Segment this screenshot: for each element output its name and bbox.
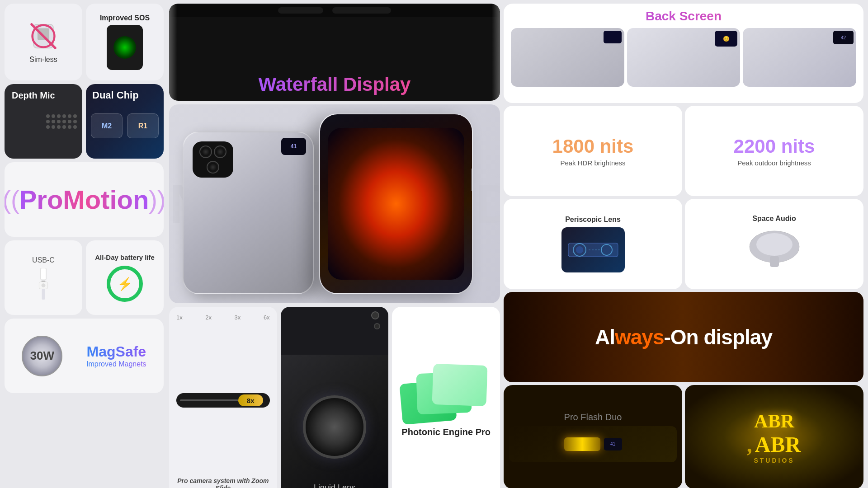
liquid-lens-card: Liquid Lens — [281, 307, 389, 488]
cam-lens-3 — [207, 161, 219, 174]
row-4: USB-C All-Day battery life ⚡ — [5, 240, 164, 315]
periscopic-svg — [566, 232, 620, 268]
abr-inner: ABR , ABR STUDIOS — [685, 385, 863, 488]
bs-screen-3-text: 42 — [841, 35, 846, 40]
simless-card: Sim-less — [5, 4, 82, 80]
phone-screen — [320, 114, 472, 293]
dual-chip-card: Dual Chip M2 R1 — [86, 84, 164, 159]
zoom-card: 1x 2x 3x 6x 8x Pro camera system with Zo… — [169, 307, 277, 488]
abr-text: ABR — [755, 432, 801, 457]
abr-logo-group: , ABR — [748, 432, 801, 457]
back-mini-screen: 41 — [281, 138, 306, 155]
simless-label: Sim-less — [29, 56, 57, 64]
phone-side-button — [472, 169, 473, 191]
brightness-hdr-card: 1800 nits Peak HDR brightness — [504, 106, 682, 196]
sos-phone-visual — [107, 25, 143, 70]
usbc-cable-icon — [32, 268, 55, 300]
space-audio-visual — [745, 226, 804, 273]
phone-screen-content — [328, 128, 464, 280]
back-screen-phones: 😊 42 — [511, 28, 856, 87]
brightness-hdr-nits: 1800 nits — [552, 136, 634, 157]
usbc-card: USB-C — [5, 240, 82, 315]
magsafe-wattage: 30W — [30, 349, 54, 363]
promotion-right-wave: )) — [149, 185, 164, 214]
wf-edge-left — [169, 4, 177, 101]
bs-screen-2-text: 😊 — [723, 36, 730, 42]
always-on-bg: Always-On display — [504, 292, 863, 382]
magsafe-disk-icon: 30W — [22, 336, 62, 376]
lens-circle-icon — [303, 395, 366, 459]
always-on-ways: ways — [615, 325, 664, 349]
svg-rect-1 — [38, 28, 49, 40]
magsafe-subtitle: Improved Magnets — [86, 360, 146, 368]
airpod-svg — [745, 226, 804, 272]
periscopic-visual — [561, 227, 625, 272]
space-audio-label: Space Audio — [752, 215, 796, 223]
brightness-hdr-label: Peak HDR brightness — [560, 159, 625, 167]
zoom-markers: 1x 2x 3x 6x — [176, 314, 270, 321]
promotion-group: (( ProMotion )) — [5, 184, 164, 215]
back-screen-card: Back Screen 😊 42 — [504, 4, 863, 103]
sos-card: Improved SOS — [86, 4, 164, 80]
liquid-lens-label: Liquid Lens — [314, 483, 355, 488]
zoom-marker-1x: 1x — [176, 314, 183, 321]
cam-lens-1 — [199, 145, 212, 158]
bottom-center-row: 1x 2x 3x 6x 8x Pro camera system with Zo… — [169, 307, 500, 488]
brightness-row: 1800 nits Peak HDR brightness 2200 nits … — [504, 106, 863, 196]
svg-rect-8 — [42, 289, 45, 300]
back-screen-title: Back Screen — [511, 9, 856, 23]
space-audio-card: Space Audio — [685, 199, 863, 289]
battery-label: All-Day battery life — [95, 253, 155, 261]
main-layout: Sim-less Improved SOS Depth Mic — [0, 0, 868, 488]
waterfall-label: Waterfall Display — [259, 74, 411, 95]
periscopic-label: Periscopic Lens — [565, 216, 621, 224]
promotion-card: (( ProMotion )) — [5, 162, 164, 237]
small-lens-2 — [374, 323, 380, 329]
cam-lens-2 — [214, 145, 226, 158]
phone-main — [319, 113, 473, 294]
periscopic-row: Periscopic Lens Space Audio — [504, 199, 863, 289]
bottom-right-row: Pro Flash Duo 41 ABR , ABR STUDIOS — [504, 385, 863, 488]
pro-flash-label: Pro Flash Duo — [564, 412, 622, 422]
abr-a: , — [748, 432, 753, 457]
zoom-thumb[interactable]: 8x — [238, 394, 263, 406]
wf-edge-right — [492, 4, 500, 101]
chip-m2: M2 — [91, 113, 123, 138]
periscopic-card: Periscopic Lens — [504, 199, 682, 289]
svg-point-7 — [42, 283, 46, 287]
photonic-layers-visual — [401, 368, 491, 422]
always-on-card: Always-On display — [504, 292, 863, 382]
photonic-layer-3 — [432, 364, 487, 406]
row-1: Sim-less Improved SOS — [5, 4, 164, 80]
zoom-slider-track[interactable]: 8x — [176, 393, 270, 408]
svg-point-16 — [756, 233, 793, 256]
abr-logo: ABR — [754, 410, 794, 432]
left-column: Sim-less Improved SOS Depth Mic — [0, 0, 167, 488]
bs-screen-2: 😊 — [715, 31, 737, 47]
always-on-al: Al — [595, 325, 615, 349]
photonic-label: Photonic Engine Pro — [401, 427, 491, 437]
zoom-marker-6x: 6x — [264, 314, 270, 321]
flash-screen-text: 41 — [610, 441, 615, 446]
dual-chip-chips: M2 R1 — [91, 113, 159, 138]
always-on-dash: -On display — [664, 325, 772, 349]
magsafe-title: MagSafe — [87, 343, 146, 360]
depth-mic-card: Depth Mic — [5, 84, 82, 159]
chip-r1: R1 — [127, 113, 159, 138]
chip-m2-label: M2 — [102, 122, 112, 130]
flash-bar — [564, 437, 600, 451]
always-on-text: Always-On display — [595, 325, 772, 349]
sos-title: Improved SOS — [100, 14, 150, 22]
always-on-text-container: Always-On display — [504, 292, 863, 382]
apple-logo — [239, 262, 257, 280]
bs-phone-2: 😊 — [627, 28, 741, 87]
battery-card: All-Day battery life ⚡ — [86, 240, 164, 315]
svg-rect-17 — [770, 256, 779, 267]
zoom-marker-2x: 2x — [205, 314, 212, 321]
magsafe-card: 30W MagSafe Improved Magnets — [5, 319, 164, 393]
simless-icon — [28, 20, 59, 52]
bs-phone-3: 42 — [743, 28, 856, 87]
flash-screen: 41 — [604, 438, 622, 450]
promotion-left-wave: (( — [5, 185, 19, 214]
bs-phone-1 — [511, 28, 624, 87]
